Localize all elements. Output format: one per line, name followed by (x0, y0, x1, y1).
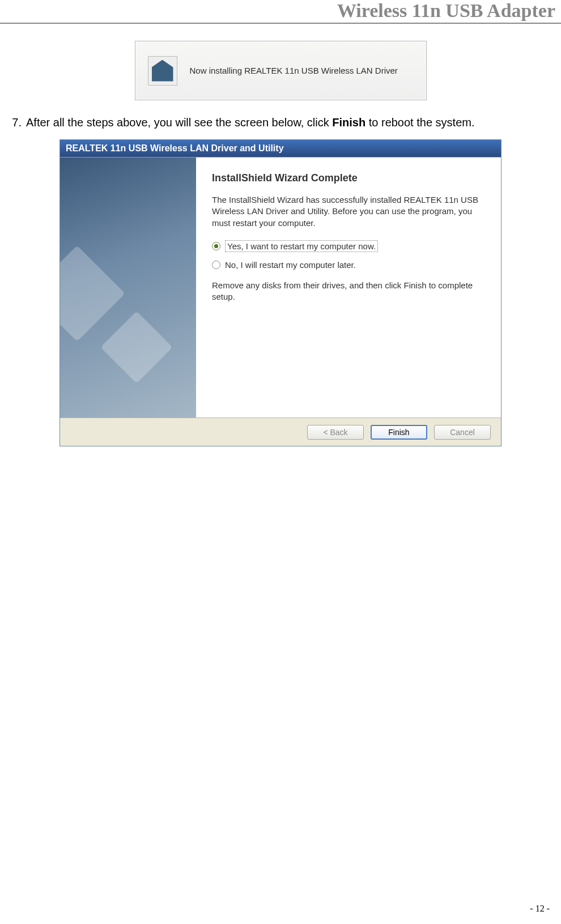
radio-restart-later-label: No, I will restart my computer later. (225, 260, 356, 270)
cancel-button: Cancel (434, 425, 491, 440)
page-number: - 12 - (530, 904, 550, 914)
back-button: < Back (307, 425, 364, 440)
radio-restart-now[interactable]: Yes, I want to restart my computer now. (212, 240, 485, 252)
step-number: 7. (6, 116, 22, 129)
radio-icon-selected[interactable] (212, 242, 220, 250)
step-text: After all the steps above, you will see … (26, 116, 475, 129)
page-header: Wireless 11n USB Adapter (0, 0, 561, 24)
installer-side-graphic (60, 157, 196, 418)
wizard-remove-disks: Remove any disks from their drives, and … (212, 280, 485, 303)
finish-button[interactable]: Finish (371, 425, 427, 440)
installer-main-panel: InstallShield Wizard Complete The Instal… (196, 157, 501, 418)
page-content: Now installing REALTEK 11n USB Wireless … (0, 24, 561, 446)
step-text-before: After all the steps above, you will see … (26, 116, 332, 129)
installer-body: InstallShield Wizard Complete The Instal… (60, 157, 501, 418)
wizard-heading: InstallShield Wizard Complete (212, 172, 485, 184)
step-text-bold: Finish (332, 116, 366, 129)
wizard-paragraph: The InstallShield Wizard has successfull… (212, 194, 485, 229)
step-7: 7. After all the steps above, you will s… (6, 116, 555, 129)
radio-restart-now-label: Yes, I want to restart my computer now. (225, 240, 378, 252)
radio-icon-unselected[interactable] (212, 261, 220, 269)
document-title: Wireless 11n USB Adapter (337, 0, 555, 21)
install-banner-text: Now installing REALTEK 11n USB Wireless … (190, 66, 398, 75)
installer-screenshot: REALTEK 11n USB Wireless LAN Driver and … (6, 139, 555, 446)
installer-titlebar: REALTEK 11n USB Wireless LAN Driver and … (60, 140, 501, 157)
install-banner: Now installing REALTEK 11n USB Wireless … (135, 41, 427, 100)
install-banner-wrap: Now installing REALTEK 11n USB Wireless … (6, 41, 555, 100)
radio-restart-later[interactable]: No, I will restart my computer later. (212, 260, 485, 270)
step-text-after: to reboot the system. (366, 116, 474, 129)
installer-window: REALTEK 11n USB Wireless LAN Driver and … (60, 139, 502, 446)
installer-button-bar: < Back Finish Cancel (60, 418, 501, 446)
box-icon (148, 56, 177, 86)
